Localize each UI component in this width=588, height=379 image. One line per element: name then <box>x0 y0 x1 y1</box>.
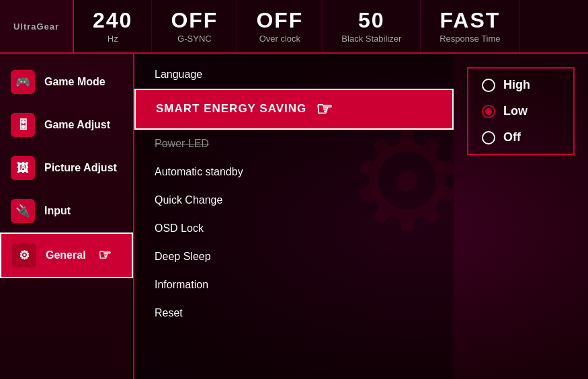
gsync-value: OFF <box>171 9 218 31</box>
radio-low-label: Low <box>503 104 528 118</box>
menu-item-information[interactable]: Information <box>134 271 454 299</box>
osd-lock-label: OSD Lock <box>155 222 204 234</box>
right-panel: High Low Off <box>454 54 588 379</box>
radio-high-circle <box>482 79 495 92</box>
logo-text: UltraGear <box>13 22 59 32</box>
game-mode-icon: 🎮 <box>11 70 35 94</box>
language-label: Language <box>155 69 202 80</box>
header-stat-hz: 240 Hz <box>74 0 152 52</box>
black-stabilizer-label: Black Stabilizer <box>341 34 401 44</box>
quick-change-label: Quick Change <box>155 194 222 206</box>
radio-low[interactable]: Low <box>482 104 560 118</box>
smart-energy-saving-label: SMART ENERGY SAVING <box>156 102 306 115</box>
hz-value: 240 <box>93 9 132 31</box>
game-adjust-label: Game Adjust <box>44 119 110 131</box>
sidebar: 🎮 Game Mode 🎛 Game Adjust 🖼 Picture Adju… <box>0 54 134 379</box>
header-stat-black-stabilizer: 50 Black Stabilizer <box>323 0 421 52</box>
menu-item-smart-energy-saving[interactable]: SMART ENERGY SAVING ☞ <box>134 89 454 130</box>
general-label: General <box>46 249 86 261</box>
radio-off[interactable]: Off <box>482 130 560 144</box>
radio-off-circle <box>482 131 495 144</box>
sidebar-item-picture-adjust[interactable]: 🖼 Picture Adjust <box>0 146 133 190</box>
radio-high[interactable]: High <box>482 78 560 92</box>
menu-item-power-led[interactable]: Power LED <box>134 130 454 158</box>
menu-item-automatic-standby[interactable]: Automatic standby <box>134 158 454 186</box>
sidebar-item-game-mode[interactable]: 🎮 Game Mode <box>0 60 133 103</box>
sidebar-item-input[interactable]: 🔌 Input <box>0 190 133 233</box>
menu-item-deep-sleep[interactable]: Deep Sleep <box>134 243 454 271</box>
power-led-label: Power LED <box>155 138 209 149</box>
input-icon: 🔌 <box>11 199 35 223</box>
header-stat-gsync: OFF G-SYNC <box>152 0 237 52</box>
automatic-standby-label: Automatic standby <box>155 166 243 177</box>
menu-item-quick-change[interactable]: Quick Change <box>134 186 454 214</box>
input-label: Input <box>44 205 71 217</box>
picture-adjust-icon: 🖼 <box>11 156 35 180</box>
radio-off-label: Off <box>503 130 521 144</box>
brand-logo: UltraGear <box>0 0 74 52</box>
deep-sleep-label: Deep Sleep <box>155 251 211 262</box>
header-bar: UltraGear 240 Hz OFF G-SYNC OFF Over clo… <box>0 0 588 54</box>
game-mode-label: Game Mode <box>44 76 106 88</box>
header-stat-overclock: OFF Over clock <box>237 0 323 52</box>
sidebar-item-game-adjust[interactable]: 🎛 Game Adjust <box>0 103 133 146</box>
radio-high-label: High <box>503 78 530 92</box>
response-time-label: Response Time <box>439 34 500 44</box>
smart-energy-saving-cursor-icon: ☞ <box>316 98 333 120</box>
menu-item-reset[interactable]: Reset <box>134 299 454 327</box>
response-time-value: FAST <box>440 9 501 31</box>
picture-adjust-label: Picture Adjust <box>44 162 117 174</box>
menu-item-language[interactable]: Language <box>134 60 454 89</box>
radio-low-circle <box>482 105 495 118</box>
black-stabilizer-value: 50 <box>358 9 385 31</box>
information-label: Information <box>155 279 208 290</box>
general-icon: ⚙ <box>12 243 36 267</box>
header-stat-response-time: FAST Response Time <box>421 0 519 52</box>
gsync-label: G-SYNC <box>177 34 212 44</box>
overclock-label: Over clock <box>259 34 300 44</box>
game-adjust-icon: 🎛 <box>11 113 35 137</box>
main-content: 🎮 Game Mode 🎛 Game Adjust 🖼 Picture Adju… <box>0 54 588 379</box>
hz-label: Hz <box>108 34 118 44</box>
menu-item-osd-lock[interactable]: OSD Lock <box>134 214 454 243</box>
overclock-value: OFF <box>256 9 303 31</box>
energy-saving-radio-group: High Low Off <box>467 67 575 155</box>
sidebar-item-general[interactable]: ⚙ General ☞ <box>0 233 133 278</box>
center-menu: Language SMART ENERGY SAVING ☞ Power LED… <box>134 54 454 379</box>
reset-label: Reset <box>155 307 183 319</box>
general-cursor-icon: ☞ <box>98 247 112 264</box>
